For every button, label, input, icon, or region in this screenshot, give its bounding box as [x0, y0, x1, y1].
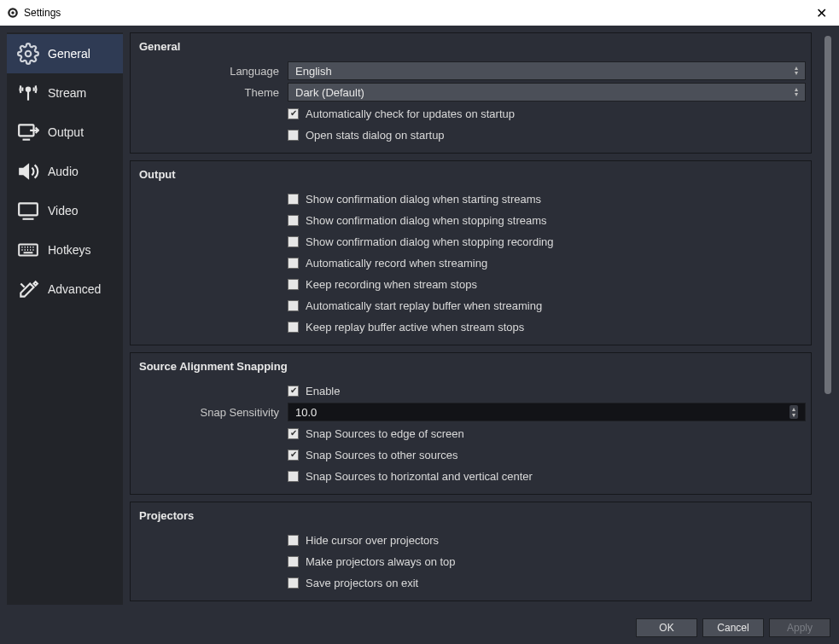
keyboard-icon — [17, 239, 39, 261]
section-title: Output — [136, 166, 806, 188]
snap-sensitivity-label: Snap Sensitivity — [136, 406, 288, 419]
sidebar-item-audio[interactable]: Audio — [7, 152, 123, 191]
snapping-enable-checkbox[interactable]: Enable — [288, 385, 340, 397]
checkbox-icon — [288, 108, 299, 119]
sidebar-item-label: Hotkeys — [48, 243, 91, 257]
checkbox-label: Snap Sources to edge of screen — [306, 427, 464, 440]
checkbox-icon — [288, 577, 299, 589]
sidebar-item-label: Audio — [48, 165, 79, 178]
speaker-icon — [17, 160, 39, 183]
sidebar-item-label: Video — [48, 204, 79, 218]
section-snapping: Source Alignment Snapping Enable Snap Se… — [130, 352, 812, 495]
cancel-button[interactable]: Cancel — [702, 618, 764, 637]
language-select[interactable]: English ▴▾ — [288, 61, 806, 80]
close-icon[interactable]: ✕ — [811, 5, 832, 21]
updown-icon[interactable]: ▴▾ — [789, 405, 798, 419]
checkbox-icon — [288, 450, 299, 461]
section-title: Source Alignment Snapping — [136, 358, 806, 380]
confirm-start-streams-checkbox[interactable]: Show confirmation dialog when starting s… — [288, 193, 541, 206]
checkbox-label: Show confirmation dialog when stopping r… — [306, 235, 554, 248]
checkbox-label: Make projectors always on top — [306, 555, 456, 568]
sidebar-item-label: General — [48, 47, 90, 61]
sidebar: General Stream Output Audio Video — [7, 32, 123, 605]
titlebar: Settings ✕ — [0, 0, 839, 26]
sidebar-item-label: Output — [48, 125, 84, 139]
checkbox-label: Automatically start replay buffer when s… — [306, 299, 542, 312]
checkbox-label: Automatically record when streaming — [306, 257, 487, 270]
scrollbar-thumb[interactable] — [824, 36, 831, 394]
section-output: Output Show confirmation dialog when sta… — [130, 160, 812, 345]
svg-point-3 — [26, 51, 32, 57]
checkbox-icon — [288, 556, 299, 567]
confirm-stop-streams-checkbox[interactable]: Show confirmation dialog when stopping s… — [288, 214, 547, 227]
theme-select[interactable]: Dark (Default) ▴▾ — [288, 83, 806, 102]
save-exit-checkbox[interactable]: Save projectors on exit — [288, 577, 418, 589]
footer: OK Cancel Apply — [0, 612, 839, 644]
checkbox-icon — [288, 386, 299, 397]
auto-replay-checkbox[interactable]: Automatically start replay buffer when s… — [288, 299, 542, 312]
sidebar-item-label: Stream — [48, 86, 86, 100]
checkbox-label: Automatically check for updates on start… — [306, 107, 515, 120]
hide-cursor-checkbox[interactable]: Hide cursor over projectors — [288, 534, 439, 547]
checkbox-icon — [288, 236, 299, 247]
svg-point-4 — [26, 88, 30, 91]
apply-button[interactable]: Apply — [769, 618, 830, 637]
language-label: Language — [136, 65, 288, 78]
checkbox-label: Show confirmation dialog when stopping s… — [306, 214, 547, 227]
output-icon — [17, 121, 39, 143]
scrollbar[interactable] — [824, 32, 832, 605]
snap-other-checkbox[interactable]: Snap Sources to other sources — [288, 449, 458, 461]
section-title: General — [136, 38, 806, 60]
app-icon — [7, 7, 19, 19]
checkbox-icon — [288, 471, 299, 482]
checkbox-icon — [288, 428, 299, 439]
sidebar-item-general[interactable]: General — [7, 34, 123, 73]
language-value: English — [295, 65, 332, 78]
gear-icon — [17, 43, 39, 65]
tools-icon — [17, 278, 39, 300]
svg-point-2 — [11, 11, 15, 15]
sidebar-item-label: Advanced — [48, 282, 101, 296]
theme-label: Theme — [136, 86, 288, 99]
checkbox-icon — [288, 194, 299, 205]
always-top-checkbox[interactable]: Make projectors always on top — [288, 555, 456, 568]
checkbox-icon — [288, 535, 299, 546]
checkbox-label: Save projectors on exit — [306, 577, 418, 589]
checkbox-icon — [288, 258, 299, 269]
sidebar-item-advanced[interactable]: Advanced — [7, 270, 123, 309]
sidebar-item-hotkeys[interactable]: Hotkeys — [7, 230, 123, 270]
snap-sensitivity-spinbox[interactable]: 10.0 ▴▾ — [288, 403, 806, 421]
snap-center-checkbox[interactable]: Snap Sources to horizontal and vertical … — [288, 470, 533, 483]
window-title: Settings — [24, 7, 61, 19]
checkbox-icon — [288, 322, 299, 333]
keep-replay-checkbox[interactable]: Keep replay buffer active when stream st… — [288, 321, 524, 334]
open-stats-checkbox[interactable]: Open stats dialog on startup — [288, 129, 445, 142]
settings-content: General Language English ▴▾ Theme — [130, 32, 819, 605]
sidebar-item-stream[interactable]: Stream — [7, 73, 123, 113]
checkbox-label: Snap Sources to other sources — [306, 449, 458, 461]
confirm-stop-recording-checkbox[interactable]: Show confirmation dialog when stopping r… — [288, 235, 554, 248]
svg-rect-6 — [19, 203, 38, 215]
sidebar-item-video[interactable]: Video — [7, 191, 123, 230]
auto-record-checkbox[interactable]: Automatically record when streaming — [288, 257, 487, 270]
section-general: General Language English ▴▾ Theme — [130, 32, 812, 154]
checkbox-label: Enable — [306, 385, 340, 397]
section-title: Projectors — [136, 508, 806, 529]
signal-icon — [17, 82, 39, 104]
keep-recording-checkbox[interactable]: Keep recording when stream stops — [288, 278, 477, 291]
checkbox-icon — [288, 215, 299, 226]
checkbox-label: Hide cursor over projectors — [306, 534, 439, 547]
check-updates-checkbox[interactable]: Automatically check for updates on start… — [288, 107, 515, 120]
updown-icon: ▴▾ — [795, 87, 798, 97]
theme-value: Dark (Default) — [295, 86, 364, 99]
checkbox-label: Keep replay buffer active when stream st… — [306, 321, 524, 334]
sidebar-item-output[interactable]: Output — [7, 113, 123, 152]
checkbox-icon — [288, 130, 299, 141]
snap-edge-checkbox[interactable]: Snap Sources to edge of screen — [288, 427, 464, 440]
checkbox-icon — [288, 300, 299, 311]
ok-button[interactable]: OK — [636, 618, 697, 637]
updown-icon: ▴▾ — [795, 66, 798, 76]
section-projectors: Projectors Hide cursor over projectors M… — [130, 502, 812, 601]
checkbox-icon — [288, 279, 299, 290]
snap-sensitivity-value: 10.0 — [295, 406, 317, 419]
